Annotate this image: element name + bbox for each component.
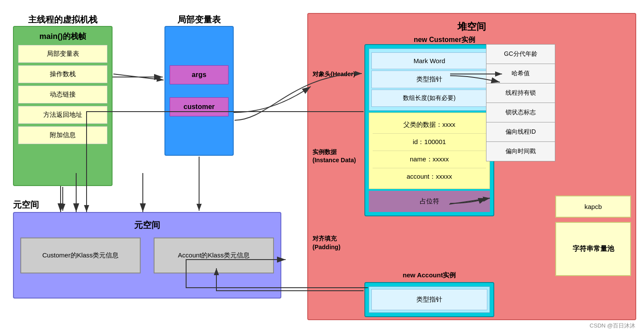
bias-thread-row: 偏向线程ID [486, 122, 555, 141]
customer-instance-title: new Customer实例 [412, 35, 477, 45]
kapcb-string-area: kapcb 字符串常量池 [555, 196, 631, 276]
name-cell: name：xxxxx [373, 151, 486, 168]
metaspace-container: 元空间 Customer的Klass类元信息 Account的Klass类元信息 [13, 212, 281, 299]
id-cell: id：100001 [373, 134, 486, 151]
object-header-section: Mark Word 类型指针 数组长度(如有必要) [369, 48, 490, 111]
markword-info-box: GC分代年龄 哈希值 线程持有锁 锁状态标志 偏向线程ID 偏向时间戳 [486, 44, 555, 161]
hash-row: 哈希值 [486, 64, 555, 83]
customer-instance-box: Mark Word 类型指针 数组长度(如有必要) 父类的数据：xxxx id：… [364, 44, 494, 216]
account-type-pointer: 类型指针 [371, 289, 487, 310]
stack-item-dynamic-link: 动态链接 [18, 86, 107, 103]
mark-word-cell: Mark Word [371, 52, 487, 69]
array-length-cell: 数组长度(如有必要) [371, 90, 487, 107]
account-klass: Account的Klass类元信息 [154, 238, 274, 273]
kapcb-box: kapcb [555, 196, 631, 218]
string-pool-box: 字符串常量池 [555, 222, 631, 276]
stack-item-local-var: 局部变量表 [18, 45, 107, 63]
account-cell: account：xxxxx [373, 168, 486, 185]
gc-age-row: GC分代年龄 [486, 44, 555, 64]
object-header-label: 对象头(Header) [312, 70, 355, 79]
customer-klass: Customer的Klass类元信息 [20, 238, 141, 273]
account-header-section: 类型指针 [369, 286, 490, 313]
bias-time-row: 偏向时间戳 [486, 141, 555, 161]
account-instance-title: new Account实例 [364, 271, 494, 279]
heap-title: 堆空间 [315, 20, 629, 33]
instance-data-label: 实例数据(Instance Data) [312, 139, 356, 165]
parent-data-cell: 父类的数据：xxxx [373, 116, 486, 134]
var-args: args [170, 65, 229, 84]
local-var-table: args customer [164, 26, 234, 156]
account-instance-box: 类型指针 [364, 282, 494, 317]
stack-item-extra: 附加信息 [18, 126, 107, 144]
thread-lock-row: 线程持有锁 [486, 83, 555, 103]
var-customer: customer [170, 97, 229, 116]
heap-container: 堆空间 new Customer实例 对象头(Header) 实例数据(Inst… [307, 13, 636, 320]
lock-state-row: 锁状态标志 [486, 103, 555, 122]
type-pointer-cell: 类型指针 [371, 71, 487, 88]
watermark: CSDN @百日沐沐 [589, 322, 635, 330]
metaspace-title: 元空间 [20, 219, 274, 231]
main-stack-title: main()的栈帧 [18, 31, 107, 42]
main-stack-section-title: 主线程的虚拟机栈 [13, 14, 113, 26]
metaspace-section-title: 元空间 [13, 199, 39, 211]
padding-label: 对齐填充(Padding) [312, 234, 341, 251]
main-stack-frame: main()的栈帧 局部变量表 操作数栈 动态链接 方法返回地址 附加信息 [13, 26, 113, 186]
padding-cell: 占位符 [369, 191, 490, 212]
stack-item-return-addr: 方法返回地址 [18, 106, 107, 124]
svg-line-3 [113, 74, 164, 80]
stack-item-operand: 操作数栈 [18, 65, 107, 83]
instance-data-section: 父类的数据：xxxx id：100001 name：xxxxx account：… [369, 112, 490, 189]
local-var-section-title: 局部变量表 [156, 14, 242, 26]
